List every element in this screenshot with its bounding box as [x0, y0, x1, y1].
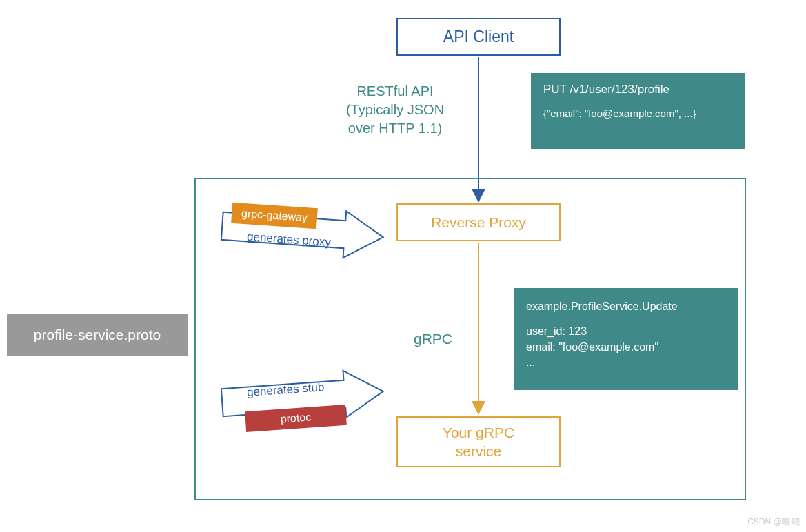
grpc-payload-box: example.ProfileService.Update user_id: 1… — [514, 288, 738, 390]
api-client-node: API Client — [396, 18, 561, 56]
grpc-field-ellipsis: ... — [526, 355, 535, 370]
grpc-service-node: Your gRPC service — [396, 416, 561, 467]
api-client-label: API Client — [443, 28, 514, 46]
grpc-method: example.ProfileService.Update — [526, 299, 678, 314]
reverse-proxy-label: Reverse Proxy — [431, 214, 526, 231]
rest-payload-box: PUT /v1/user/123/profile {"email": "foo@… — [531, 73, 745, 149]
rest-body-line: {"email": "foo@example.com", ...} — [543, 108, 696, 119]
rest-request-line: PUT /v1/user/123/profile — [543, 83, 669, 96]
watermark: CSDN @嘻·嘻 — [747, 516, 800, 528]
rest-edge-label: RESTful API (Typically JSON over HTTP 1.… — [312, 82, 478, 138]
grpc-edge-label: gRPC — [414, 331, 452, 347]
reverse-proxy-node: Reverse Proxy — [396, 203, 561, 241]
proto-file-node: profile-service.proto — [7, 314, 188, 356]
grpc-field-userid: user_id: 123 — [526, 324, 587, 339]
grpc-field-email: email: "foo@example.com" — [526, 340, 658, 355]
proto-file-label: profile-service.proto — [34, 327, 161, 343]
